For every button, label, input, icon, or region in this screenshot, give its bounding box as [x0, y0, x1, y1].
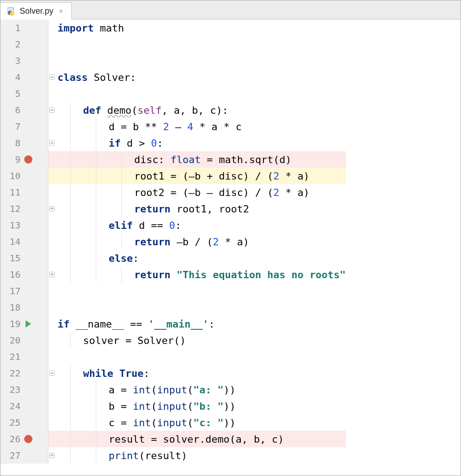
- code-line[interactable]: 9disc: float = math.sqrt(d): [0, 151, 346, 168]
- fold-toggle-icon[interactable]: [49, 74, 55, 80]
- code-line[interactable]: 2: [0, 36, 346, 53]
- gutter-icon-empty[interactable]: [24, 303, 32, 312]
- code-line[interactable]: 5: [0, 85, 346, 102]
- code-line[interactable]: 12return root1, root2: [0, 201, 346, 217]
- gutter-icon-empty[interactable]: [24, 188, 32, 196]
- code-text[interactable]: def demo(self, a, b, c):: [57, 102, 346, 118]
- gutter-icon-empty[interactable]: [24, 57, 32, 65]
- code-line[interactable]: 27print(result): [0, 447, 346, 464]
- gutter-row[interactable]: 16: [0, 266, 48, 283]
- run-gutter-icon[interactable]: [24, 320, 32, 328]
- gutter-row[interactable]: 23: [0, 381, 48, 398]
- code-text[interactable]: return "This equation has no roots": [57, 266, 346, 283]
- code-line[interactable]: 25c = int(input("c: ")): [0, 414, 346, 431]
- code-text[interactable]: elif d == 0:: [57, 217, 346, 233]
- gutter-row[interactable]: 17: [0, 283, 48, 299]
- code-line[interactable]: 22while True:: [0, 365, 346, 381]
- gutter-icon-empty[interactable]: [24, 451, 32, 460]
- code-line[interactable]: 4class Solver:: [0, 69, 346, 85]
- code-line[interactable]: 7d = b ** 2 – 4 * a * c: [0, 118, 346, 135]
- code-line[interactable]: 10root1 = (–b + disc) / (2 * a): [0, 168, 346, 184]
- code-text[interactable]: else:: [57, 250, 346, 266]
- gutter-row[interactable]: 2: [0, 36, 48, 53]
- gutter-icon-empty[interactable]: [24, 172, 32, 180]
- gutter-row[interactable]: 20: [0, 332, 48, 349]
- gutter-row[interactable]: 4: [0, 69, 48, 85]
- gutter-icon-empty[interactable]: [24, 287, 32, 295]
- gutter-icon-empty[interactable]: [24, 254, 32, 262]
- code-line[interactable]: 11root2 = (–b – disc) / (2 * a): [0, 184, 346, 201]
- code-text[interactable]: [57, 299, 346, 316]
- code-text[interactable]: solver = Solver(): [57, 332, 346, 349]
- code-text[interactable]: disc: float = math.sqrt(d): [57, 151, 346, 168]
- gutter-row[interactable]: 12: [0, 201, 48, 217]
- code-line[interactable]: 16return "This equation has no roots": [0, 266, 346, 283]
- gutter-icon-empty[interactable]: [24, 238, 32, 246]
- gutter-row[interactable]: 6: [0, 102, 48, 118]
- code-line[interactable]: 18: [0, 299, 346, 316]
- gutter-icon-empty[interactable]: [24, 40, 32, 48]
- gutter-icon-empty[interactable]: [24, 353, 32, 361]
- code-text[interactable]: result = solver.demo(a, b, c): [57, 431, 346, 447]
- gutter-row[interactable]: 3: [0, 53, 48, 69]
- code-line[interactable]: 20solver = Solver(): [0, 332, 346, 349]
- tab-close-button[interactable]: ×: [57, 7, 65, 16]
- gutter-row[interactable]: 10: [0, 168, 48, 184]
- code-line[interactable]: 26result = solver.demo(a, b, c): [0, 431, 346, 447]
- gutter-row[interactable]: 9: [0, 151, 48, 168]
- gutter-icon-empty[interactable]: [24, 139, 32, 147]
- code-line[interactable]: 13elif d == 0:: [0, 217, 346, 233]
- gutter-row[interactable]: 24: [0, 398, 48, 414]
- gutter-icon-empty[interactable]: [24, 90, 32, 98]
- code-editor[interactable]: 1import math234class Solver:56def demo(s…: [0, 20, 461, 476]
- gutter-icon-empty[interactable]: [24, 386, 32, 394]
- gutter-icon-empty[interactable]: [24, 205, 32, 213]
- gutter-row[interactable]: 13: [0, 217, 48, 233]
- code-text[interactable]: b = int(input("b: ")): [57, 398, 346, 414]
- fold-toggle-icon[interactable]: [49, 370, 55, 376]
- code-line[interactable]: 23a = int(input("a: ")): [0, 381, 346, 398]
- gutter-row[interactable]: 27: [0, 447, 48, 464]
- code-text[interactable]: root2 = (–b – disc) / (2 * a): [57, 184, 346, 201]
- code-line[interactable]: 19if __name__ == '__main__':: [0, 316, 346, 332]
- gutter-row[interactable]: 21: [0, 349, 48, 365]
- code-text[interactable]: c = int(input("c: ")): [57, 414, 346, 431]
- breakpoint-icon[interactable]: [24, 435, 32, 443]
- code-text[interactable]: [57, 85, 346, 102]
- gutter-icon-empty[interactable]: [24, 270, 32, 279]
- gutter-row[interactable]: 11: [0, 184, 48, 201]
- code-text[interactable]: [57, 36, 346, 53]
- code-text[interactable]: print(result): [57, 447, 346, 464]
- code-text[interactable]: return root1, root2: [57, 201, 346, 217]
- code-text[interactable]: root1 = (–b + disc) / (2 * a): [57, 168, 346, 184]
- gutter-row[interactable]: 8: [0, 135, 48, 151]
- code-text[interactable]: a = int(input("a: ")): [57, 381, 346, 398]
- fold-toggle-icon[interactable]: [49, 107, 55, 113]
- gutter-icon-empty[interactable]: [24, 221, 32, 229]
- gutter-row[interactable]: 18: [0, 299, 48, 316]
- gutter-row[interactable]: 19: [0, 316, 48, 332]
- gutter-row[interactable]: 7: [0, 118, 48, 135]
- gutter-row[interactable]: 25: [0, 414, 48, 431]
- code-text[interactable]: if d > 0:: [57, 135, 346, 151]
- editor-tab[interactable]: Solver.py ×: [0, 2, 72, 20]
- fold-toggle-icon[interactable]: [49, 206, 55, 212]
- code-line[interactable]: 6def demo(self, a, b, c):: [0, 102, 346, 118]
- breakpoint-icon[interactable]: [24, 155, 32, 164]
- code-text[interactable]: return –b / (2 * a): [57, 233, 346, 250]
- code-line[interactable]: 24b = int(input("b: ")): [0, 398, 346, 414]
- gutter-icon-empty[interactable]: [24, 122, 32, 131]
- fold-toggle-icon[interactable]: [49, 140, 55, 146]
- gutter-row[interactable]: 26: [0, 431, 48, 447]
- code-line[interactable]: 15else:: [0, 250, 346, 266]
- code-text[interactable]: d = b ** 2 – 4 * a * c: [57, 118, 346, 135]
- gutter-row[interactable]: 22: [0, 365, 48, 381]
- fold-toggle-icon[interactable]: [49, 453, 55, 458]
- code-line[interactable]: 17: [0, 283, 346, 299]
- code-text[interactable]: [57, 53, 346, 69]
- gutter-row[interactable]: 1: [0, 20, 48, 36]
- code-text[interactable]: while True:: [57, 365, 346, 381]
- code-text[interactable]: if __name__ == '__main__':: [57, 316, 346, 332]
- gutter-row[interactable]: 14: [0, 233, 48, 250]
- gutter-icon-empty[interactable]: [24, 106, 32, 114]
